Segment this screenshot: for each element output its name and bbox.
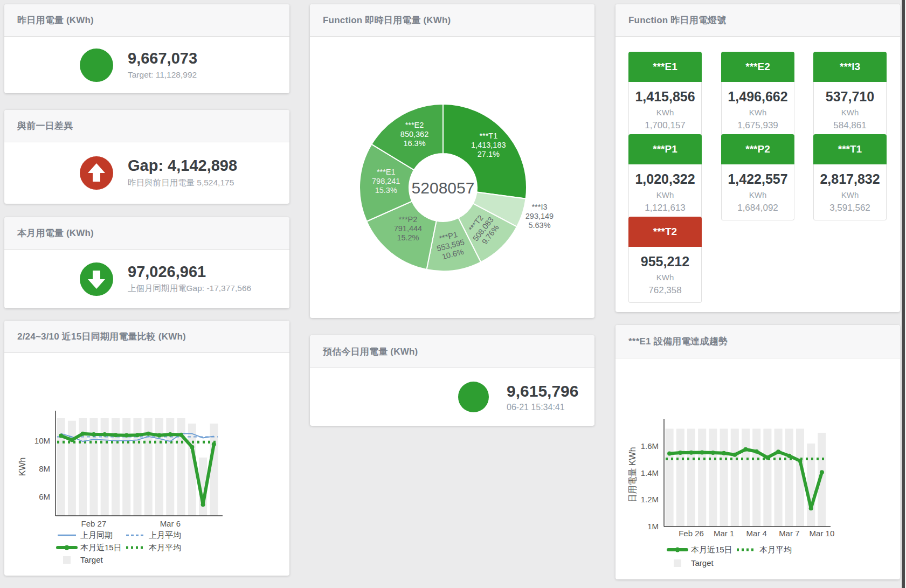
donut-chart: ***T11,413,18327.1%***I3293,1495.63%***T…	[310, 4, 594, 318]
tile-P2-header: ***P2	[721, 134, 794, 164]
tile-E1-header: ***E1	[628, 52, 702, 82]
card-estimate-header: 預估今日用電量 (KWh)	[310, 335, 594, 368]
tile-P2-unit: KWh	[723, 190, 793, 199]
target-bar	[807, 444, 815, 527]
data-point	[689, 451, 694, 455]
status-ok-icon	[80, 49, 113, 82]
data-point	[722, 451, 726, 455]
tile-T2-value: 955,212	[630, 254, 700, 269]
card-compare-chart: 2/24~3/10 近15日同期用電量比較 (KWh) 6M8M10MFeb 2…	[4, 321, 289, 576]
data-point	[168, 432, 172, 437]
tile-P1-header: ***P1	[628, 134, 702, 164]
data-point	[59, 434, 63, 438]
status-tile-T1: ***T1 2,817,832 KWh 3,591,562	[813, 134, 887, 220]
status-tile-I3: ***I3 537,710 KWh 584,861	[813, 52, 887, 138]
tile-E2-header: ***E2	[721, 52, 794, 82]
card-month-title: 本月用電量 (KWh)	[17, 227, 94, 239]
arrow-up-circle-icon	[80, 156, 113, 190]
tile-P2-target: 1,684,092	[723, 203, 793, 213]
tile-T2-target: 762,358	[630, 285, 700, 296]
y-tick-label: 1M	[647, 522, 659, 531]
tile-T2-unit: KWh	[630, 273, 700, 282]
card-yesterday-usage: 昨日用電量 (KWh) 9,667,073 Target: 11,128,992	[4, 4, 289, 93]
tile-P1-unit: KWh	[630, 190, 700, 199]
tile-I3-target: 584,861	[815, 120, 885, 131]
tile-T1-value: 2,817,832	[815, 171, 885, 187]
y-tick-label: 1.6M	[641, 441, 659, 451]
card-compare-header: 2/24~3/10 近15日同期用電量比較 (KWh)	[4, 321, 289, 353]
data-point	[744, 447, 748, 452]
data-point	[201, 502, 205, 507]
target-bar	[763, 428, 771, 527]
data-point	[787, 454, 791, 458]
card-compare-title: 2/24~3/10 近15日同期用電量比較 (KWh)	[17, 330, 186, 343]
tile-E1-target: 1,700,157	[630, 120, 700, 131]
page-scrollbar[interactable]	[901, 0, 906, 588]
target-bar	[720, 428, 728, 527]
y-tick-label: 1.2M	[641, 495, 659, 504]
target-bar	[676, 428, 684, 527]
status-tile-E2: ***E2 1,496,662 KWh 1,675,939	[721, 52, 794, 138]
target-bar	[774, 428, 783, 527]
data-point	[678, 451, 682, 455]
data-point	[146, 432, 150, 436]
target-bar	[752, 428, 760, 527]
card-estimate-today: 預估今日用電量 (KWh) 9,615,796 06-21 15:34:41	[310, 335, 594, 426]
tile-T1-header: ***T1	[813, 134, 887, 164]
tile-I3-value: 537,710	[815, 89, 885, 105]
data-point	[212, 442, 216, 446]
card-trend-chart: ***E1 設備用電達成趨勢 1M1.2M1.4M1.6MFeb 26Mar 1…	[615, 325, 900, 579]
estimate-timestamp: 06-21 15:34:41	[507, 403, 578, 412]
card-realtime-donut: Function 即時日用電量 (KWh) ***T11,413,18327.1…	[310, 4, 594, 318]
card-lights-header: Function 昨日用電燈號	[615, 4, 900, 37]
x-tick-label: Mar 4	[746, 529, 767, 538]
target-bar	[687, 428, 695, 527]
card-lights-title: Function 昨日用電燈號	[628, 14, 726, 26]
status-tile-E1: ***E1 1,415,856 KWh 1,700,157	[628, 52, 702, 138]
card-day-gap: 與前一日差異 Gap: 4,142,898 昨日與前日用電量 5,524,175	[4, 110, 289, 204]
card-estimate-title: 預估今日用電量 (KWh)	[323, 345, 418, 358]
target-bar	[709, 428, 717, 527]
y-tick-label: 10M	[34, 436, 50, 445]
card-donut-title: Function 即時日用電量 (KWh)	[323, 14, 451, 26]
legend-label: Target	[80, 555, 103, 564]
tile-E1-value: 1,415,856	[630, 89, 700, 105]
day-gap-sub: 昨日與前日用電量 5,524,175	[128, 177, 237, 189]
data-point	[157, 433, 162, 438]
card-day-gap-header: 與前一日差異	[4, 110, 289, 142]
estimate-value: 9,615,796	[507, 382, 578, 400]
x-tick-label: Mar 6	[160, 519, 181, 528]
tile-I3-header: ***I3	[813, 52, 887, 82]
target-bar	[666, 428, 674, 527]
data-point	[92, 432, 96, 437]
target-bar	[731, 428, 739, 527]
y-tick-label: 6M	[39, 492, 50, 501]
x-tick-label: Mar 7	[779, 529, 799, 538]
data-point	[70, 438, 74, 442]
tile-I3-unit: KWh	[815, 108, 885, 117]
target-bar	[122, 418, 130, 516]
data-point	[798, 459, 803, 463]
target-bar	[68, 421, 76, 516]
yesterday-value: 9,667,073	[128, 50, 197, 67]
arrow-down-circle-icon	[80, 262, 113, 296]
data-point	[700, 450, 704, 454]
card-donut-header: Function 即時日用電量 (KWh)	[310, 4, 594, 37]
target-bar	[785, 428, 793, 527]
day-gap-value: Gap: 4,142,898	[128, 157, 237, 175]
status-tile-P1: ***P1 1,020,322 KWh 1,121,613	[628, 134, 702, 220]
legend-label: 本月平均	[759, 545, 792, 554]
card-day-gap-title: 與前一日差異	[17, 120, 73, 132]
x-tick-label: Mar 1	[714, 529, 734, 538]
status-ok-icon	[458, 382, 489, 412]
tile-T1-unit: KWh	[815, 190, 885, 199]
tile-T2-header: ***T2	[628, 217, 702, 247]
tile-E2-unit: KWh	[723, 108, 793, 117]
yesterday-target: Target: 11,128,992	[128, 70, 197, 80]
data-point	[765, 455, 770, 460]
scrollbar-thumb[interactable]	[902, 0, 905, 588]
data-point	[113, 433, 117, 437]
data-point	[732, 453, 737, 457]
card-trend-title: ***E1 設備用電達成趨勢	[628, 335, 728, 348]
status-tile-P2: ***P2 1,422,557 KWh 1,684,092	[721, 134, 794, 220]
